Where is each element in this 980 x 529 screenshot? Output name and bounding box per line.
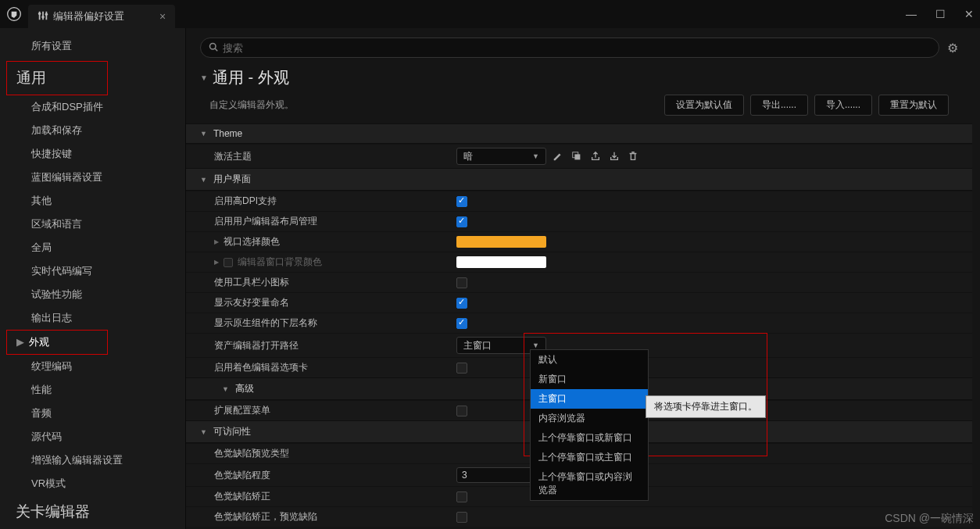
sidebar-item[interactable]: 合成和DSP插件 [0,95,185,119]
sidebar-item[interactable]: 加载和保存 [0,119,185,142]
sidebar: 所有设置 通用 合成和DSP插件 加载和保存 快捷按键 蓝图编辑器设置 其他 区… [0,28,186,529]
import-button[interactable]: 导入...... [814,95,872,116]
sidebar-item[interactable]: 全局 [0,236,185,259]
dropdown-option[interactable]: 新窗口 [531,370,648,389]
sidebar-item[interactable]: 快捷按键 [0,142,185,166]
dropdown-option[interactable]: 默认 [531,350,648,370]
dropdown-option[interactable]: 上个停靠窗口或内容浏览器 [531,467,648,500]
color-swatch-viewport[interactable] [456,236,546,248]
theme-select[interactable]: 暗▼ [456,148,546,165]
tooltip: 将选项卡停靠进主窗口。 [646,395,766,418]
duplicate-icon[interactable] [570,149,584,163]
sidebar-item-appearance[interactable]: ▶外观 [6,330,108,355]
sidebar-item[interactable]: 播放 [0,525,185,529]
import-icon[interactable] [607,149,621,163]
delete-icon[interactable] [626,149,640,163]
checkbox-small-toolbar[interactable] [456,277,467,288]
checkbox-extend-menu[interactable] [456,406,467,416]
sidebar-item[interactable]: 实时代码编写 [0,259,185,283]
arrow-right-icon: ▶ [16,336,24,348]
sidebar-item[interactable]: 区域和语言 [0,213,185,236]
sidebar-item[interactable]: 试验性功能 [0,283,185,306]
chevron-right-icon[interactable]: ▶ [214,238,219,245]
ue-logo [6,6,22,22]
dropdown-option[interactable]: 上个停靠窗口或新窗口 [531,428,648,448]
checkbox-editor-bg-enable[interactable] [224,258,233,267]
section-ui[interactable]: ▼用户界面 [186,168,972,191]
sidebar-item[interactable]: 纹理编码 [0,355,185,378]
tab-title: 编辑器偏好设置 [53,9,124,23]
page-title: 通用 - 外观 [213,67,289,88]
checkbox-correction-preview[interactable] [456,512,467,523]
chevron-down-icon: ▼ [200,428,207,436]
sidebar-item[interactable]: 蓝图编辑器设置 [0,166,185,189]
checkbox-layout-mgr[interactable] [456,216,467,227]
edit-icon[interactable] [551,149,565,163]
checkbox-native-comp[interactable] [456,318,467,329]
row-active-theme: 激活主题 暗▼ [186,144,972,168]
asset-open-dropdown: 默认 新窗口 主窗口 内容浏览器 上个停靠窗口或新窗口 上个停靠窗口或主窗口 上… [530,349,649,501]
dropdown-option[interactable]: 内容浏览器 [531,409,648,428]
chevron-down-icon: ▼ [532,341,539,349]
close-icon[interactable]: × [159,10,166,23]
checkbox-colorize-tab[interactable] [456,363,467,374]
export-icon[interactable] [588,149,603,163]
set-default-button[interactable]: 设置为默认值 [664,95,744,116]
sidebar-item[interactable]: VR模式 [0,472,185,495]
chevron-right-icon[interactable]: ▶ [214,259,219,266]
sidebar-item-all[interactable]: 所有设置 [0,34,185,58]
tab-editor-preferences[interactable]: 编辑器偏好设置 × [28,5,175,28]
gear-icon[interactable]: ⚙ [947,41,958,55]
watermark: CSDN @一碗情深 [885,512,974,526]
sliders-icon [38,10,48,23]
svg-point-6 [45,13,48,16]
maximize-icon[interactable]: ☐ [935,8,946,20]
sidebar-item[interactable]: 性能 [0,378,185,402]
search-icon [209,42,218,54]
checkbox-friendly-names[interactable] [456,298,467,309]
sidebar-category-general: 通用 [6,61,108,95]
window-close-icon[interactable]: ✕ [964,8,974,20]
page-subtitle: 自定义编辑器外观。 [209,98,294,112]
svg-line-8 [215,48,217,51]
checkbox-correction[interactable] [456,491,467,502]
color-swatch-editor-bg[interactable] [456,256,546,268]
svg-rect-10 [574,154,580,159]
expand-icon[interactable]: ▼ [200,73,208,82]
dropdown-option[interactable]: 上个停靠窗口或主窗口 [531,448,648,467]
chevron-down-icon: ▼ [222,385,229,393]
sidebar-item[interactable]: 增强输入编辑器设置 [0,449,185,472]
section-theme[interactable]: ▼Theme [186,123,972,144]
chevron-down-icon: ▼ [200,130,207,138]
search-field[interactable] [223,42,931,54]
svg-point-4 [38,12,41,15]
sidebar-item[interactable]: 输出日志 [0,306,185,330]
chevron-down-icon: ▼ [200,176,207,184]
search-input[interactable] [200,38,939,58]
checkbox-high-dpi[interactable] [456,196,467,207]
svg-point-7 [210,43,216,49]
minimize-icon[interactable]: — [906,8,917,20]
export-button[interactable]: 导出...... [750,95,808,116]
svg-point-5 [41,16,45,19]
dropdown-option-selected[interactable]: 主窗口 [531,389,648,409]
sidebar-item[interactable]: 音频 [0,402,185,425]
sidebar-category-level: 关卡编辑器 [0,495,185,525]
sidebar-item[interactable]: 其他 [0,189,185,213]
chevron-down-icon: ▼ [532,152,539,160]
reset-button[interactable]: 重置为默认 [878,95,949,116]
sidebar-item[interactable]: 源代码 [0,425,185,449]
